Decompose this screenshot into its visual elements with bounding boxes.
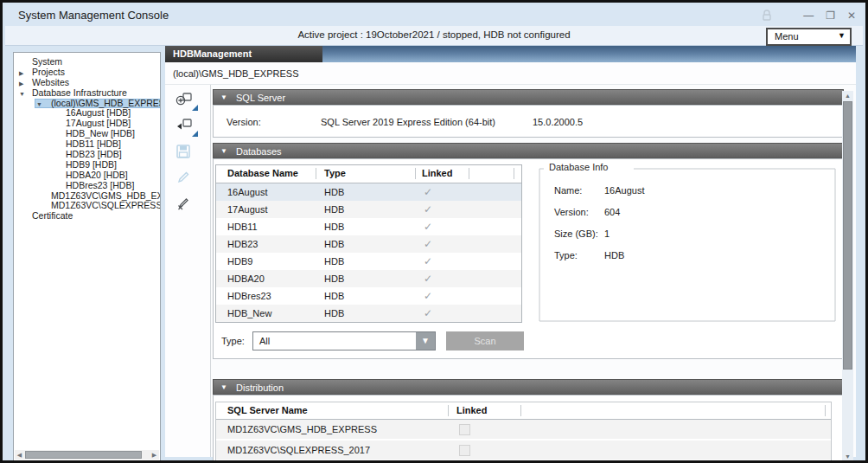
linked-checkmark-icon: ✓ xyxy=(424,307,432,319)
info-field-row: Version:604 xyxy=(539,203,836,225)
tree-item-label: Projects xyxy=(32,68,65,77)
tree-item-label: System xyxy=(32,57,62,67)
linked-checkbox xyxy=(459,445,470,456)
tree-collapsed-arrow-icon[interactable]: ▶ xyxy=(19,79,23,88)
databases-section: ▼ Databases Database Name Type Linked xyxy=(213,143,844,359)
tree-item--local-gms-hdb-express[interactable]: ▼(local)\GMS_HDB_EXPRESS xyxy=(14,99,160,109)
section-title: Distribution xyxy=(236,380,284,395)
tree-item-hdbres23-hdb-[interactable]: HDBres23 [HDB] xyxy=(14,181,160,191)
info-field-value: 604 xyxy=(604,207,620,217)
minimize-button[interactable]: — xyxy=(803,8,814,23)
tree-expanded-arrow-icon[interactable]: ▼ xyxy=(36,100,42,109)
type-filter-dropdown[interactable]: All ▼ xyxy=(252,331,436,350)
collapse-triangle-icon: ▼ xyxy=(220,144,227,159)
tree-horizontal-scrollbar[interactable]: ◀ ▶ xyxy=(15,450,159,460)
linked-checkmark-icon: ✓ xyxy=(424,238,432,250)
tree-item-projects[interactable]: ▶Projects xyxy=(14,68,160,78)
database-type-cell: HDB xyxy=(324,222,344,232)
edit-button[interactable] xyxy=(176,170,196,189)
database-row-hdb_new[interactable]: HDB_NewHDB✓ xyxy=(216,305,521,322)
column-divider xyxy=(448,405,449,416)
tree-item-label: MD1Z63VC\GMS_HDB_EXPRESS xyxy=(51,191,160,201)
column-header-type: Type xyxy=(324,168,346,178)
save-button[interactable] xyxy=(176,144,196,163)
disconnect-button[interactable] xyxy=(176,196,196,215)
side-toolbar xyxy=(165,85,210,457)
tree-expanded-arrow-icon[interactable]: ▼ xyxy=(19,89,25,99)
tree-item-md1z63vc-gms-hdb-express[interactable]: MD1Z63VC\GMS_HDB_EXPRESS xyxy=(14,191,160,202)
tree-item-hdb11-hdb-[interactable]: HDB11 [HDB] xyxy=(14,139,160,150)
database-name-cell: HDB11 xyxy=(227,222,258,232)
database-type-cell: HDB xyxy=(324,204,344,215)
tree-item-md1z63vc-sqlexpress-2017[interactable]: MD1Z63VC\SQLEXPRESS_2017 xyxy=(14,201,160,211)
collapse-triangle-icon: ▼ xyxy=(220,380,227,395)
maximize-button[interactable]: ❐ xyxy=(826,8,835,23)
info-field-label: Version: xyxy=(554,207,589,217)
scroll-up-icon[interactable]: ▲ xyxy=(842,91,853,100)
database-name-cell: HDB23 xyxy=(227,239,258,249)
scan-button[interactable]: Scan xyxy=(446,331,524,350)
linked-checkmark-icon: ✓ xyxy=(424,221,432,233)
scroll-right-icon[interactable]: ▶ xyxy=(150,450,159,460)
tree-item-16august-hdb-[interactable]: 16August [HDB] xyxy=(14,108,160,119)
attach-database-button[interactable] xyxy=(176,118,196,137)
chevron-down-icon[interactable]: ▼ xyxy=(416,332,435,350)
databases-section-header[interactable]: ▼ Databases xyxy=(213,143,844,158)
navigation-tree: System▶Projects▶Websites▼Database Infras… xyxy=(14,57,160,222)
database-row-hdbres23[interactable]: HDBres23HDB✓ xyxy=(216,287,521,305)
tree-item-label: HDBres23 [HDB] xyxy=(66,181,134,190)
database-row-16august[interactable]: 16AugustHDB✓ xyxy=(216,183,521,201)
collapse-triangle-icon: ▼ xyxy=(220,90,227,106)
column-divider xyxy=(825,405,826,416)
tree-item-system[interactable]: System xyxy=(14,57,160,68)
column-divider xyxy=(415,168,416,179)
distribution-row[interactable]: MD1Z63VC\GMS_HDB_EXPRESS xyxy=(216,420,831,440)
tree-item-hdb-new-hdb-[interactable]: HDB_New [HDB] xyxy=(14,129,160,139)
info-field-row: Size (GB):1 xyxy=(539,225,836,247)
tree-item-hdb23-hdb-[interactable]: HDB23 [HDB] xyxy=(14,150,160,160)
tree-item-label: (local)\GMS_HDB_EXPRESS xyxy=(51,99,160,108)
linked-checkmark-icon: ✓ xyxy=(424,203,432,215)
close-button[interactable]: ✕ xyxy=(847,8,856,23)
database-row-hdba20[interactable]: HDBA20HDB✓ xyxy=(216,270,521,287)
database-row-hdb11[interactable]: HDB11HDB✓ xyxy=(216,218,521,235)
distribution-row[interactable]: MD1Z63VC\SQLEXPRESS_2017 xyxy=(216,440,831,461)
database-type-cell: HDB xyxy=(324,308,344,318)
linked-checkbox xyxy=(459,424,470,435)
distribution-section-header[interactable]: ▼ Distribution xyxy=(213,379,844,395)
database-row-hdb23[interactable]: HDB23HDB✓ xyxy=(216,235,521,253)
main-panel: HDBManagement (local)\GMS_HDB_EXPRESS ▼ … xyxy=(165,46,856,457)
database-name-cell: 16August xyxy=(227,187,267,197)
tree-item-hdb9-hdb-[interactable]: HDB9 [HDB] xyxy=(14,160,160,170)
main-vertical-scrollbar[interactable]: ▲ ▼ xyxy=(842,91,853,461)
sql-server-section-header[interactable]: ▼ SQL Server xyxy=(213,89,844,105)
tree-collapsed-arrow-icon[interactable]: ▶ xyxy=(19,68,23,78)
menu-dropdown[interactable]: Menu ▼ xyxy=(766,28,852,46)
sql-server-name-cell: MD1Z63VC\GMS_HDB_EXPRESS xyxy=(227,424,377,434)
database-type-cell: HDB xyxy=(324,273,344,284)
tab-hdbmanagement[interactable]: HDBManagement xyxy=(165,46,322,62)
database-type-cell: HDB xyxy=(324,291,344,301)
scrollbar-thumb[interactable] xyxy=(843,101,852,370)
sql-server-name-cell: MD1Z63VC\SQLEXPRESS_2017 xyxy=(227,445,370,455)
edit-icon xyxy=(176,170,196,185)
tree-item-websites[interactable]: ▶Websites xyxy=(14,78,160,88)
breadcrumb: (local)\GMS_HDB_EXPRESS xyxy=(165,62,856,85)
column-divider xyxy=(469,168,469,179)
tree-item-17august-hdb-[interactable]: 17August [HDB] xyxy=(14,119,160,129)
scrollbar-thumb[interactable] xyxy=(25,451,142,459)
type-filter-label: Type: xyxy=(221,336,245,346)
tree-item-database-infrastructure[interactable]: ▼Database Infrastructure xyxy=(14,88,160,99)
database-row-17august[interactable]: 17AugustHDB✓ xyxy=(216,201,521,218)
column-divider xyxy=(520,405,521,416)
database-info-group: Database Info Name:16AugustVersion:604Si… xyxy=(539,168,836,322)
tree-item-label: HDBA20 [HDB] xyxy=(66,170,128,180)
tree-item-hdba20-hdb-[interactable]: HDBA20 [HDB] xyxy=(14,170,160,181)
scroll-left-icon[interactable]: ◀ xyxy=(15,450,24,460)
distribution-section: ▼ Distribution SQL Server Name Linked MD… xyxy=(213,379,844,463)
tree-item-certificate[interactable]: Certificate xyxy=(14,211,160,222)
new-database-button[interactable] xyxy=(176,92,196,111)
scroll-down-icon[interactable]: ▼ xyxy=(842,452,853,461)
database-row-hdb9[interactable]: HDB9HDB✓ xyxy=(216,253,521,270)
tree-item-label: 16August [HDB] xyxy=(66,108,131,118)
